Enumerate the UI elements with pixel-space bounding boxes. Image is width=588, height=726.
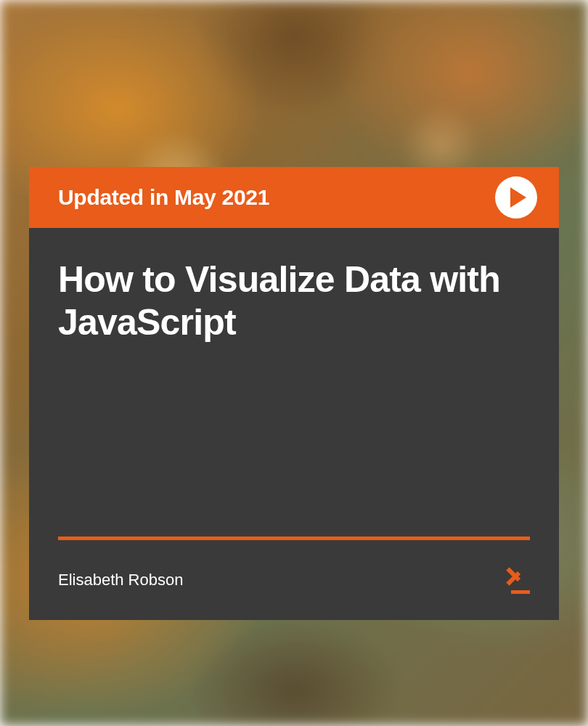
play-button[interactable] <box>495 176 537 219</box>
chevron-right-icon[interactable] <box>511 567 530 594</box>
title-panel: How to Visualize Data with JavaScript <box>29 228 559 540</box>
course-title: How to Visualize Data with JavaScript <box>58 258 530 344</box>
play-icon <box>510 187 526 208</box>
footer-panel: Elisabeth Robson <box>29 540 559 620</box>
course-card: Updated in May 2021 How to Visualize Dat… <box>29 167 559 620</box>
divider-line <box>58 537 530 540</box>
update-banner: Updated in May 2021 <box>29 167 559 228</box>
update-label: Updated in May 2021 <box>58 185 269 210</box>
author-label: Elisabeth Robson <box>58 571 183 590</box>
